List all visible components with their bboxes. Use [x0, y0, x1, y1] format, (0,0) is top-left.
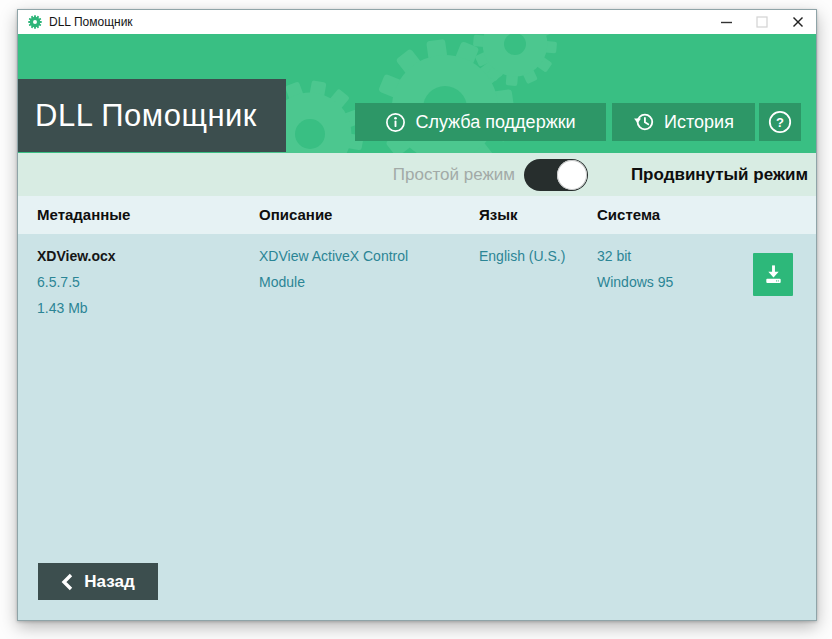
cell-language: English (U.S.) [479, 243, 565, 269]
column-header-language: Язык [479, 196, 518, 234]
app-header: DLL Помощник Служба поддержки История ? [18, 34, 816, 153]
help-button[interactable]: ? [759, 103, 801, 141]
column-header-description: Описание [259, 196, 332, 234]
column-header-metadata: Метаданные [37, 196, 130, 234]
maximize-icon [753, 13, 771, 31]
cell-system: 32 bit Windows 95 [597, 243, 673, 295]
app-title-banner: DLL Помощник [18, 79, 286, 152]
mode-toggle-knob [557, 160, 587, 190]
maximize-button[interactable] [744, 10, 780, 34]
close-button[interactable] [780, 10, 816, 34]
support-button-label: Служба поддержки [415, 112, 575, 133]
chevron-left-icon [61, 573, 73, 591]
simple-mode-label: Простой режим [393, 153, 515, 196]
title-bar: DLL Помощник [18, 10, 816, 34]
history-button-label: История [664, 112, 734, 133]
window-title: DLL Помощник [49, 15, 133, 29]
cell-description: XDView ActiveX Control Module [259, 243, 437, 295]
app-gear-icon [28, 15, 42, 29]
svg-text:?: ? [776, 115, 784, 130]
mode-toggle[interactable] [524, 159, 588, 191]
app-title: DLL Помощник [35, 98, 257, 134]
window-controls [708, 10, 816, 34]
support-button[interactable]: Служба поддержки [355, 103, 606, 141]
minimize-icon [717, 13, 735, 31]
file-version: 6.5.7.5 [37, 269, 116, 295]
back-button[interactable]: Назад [38, 563, 158, 600]
file-name: XDView.ocx [37, 243, 116, 269]
download-icon [762, 263, 785, 286]
minimize-button[interactable] [708, 10, 744, 34]
system-os: Windows 95 [597, 269, 673, 295]
cell-metadata: XDView.ocx 6.5.7.5 1.43 Mb [37, 243, 116, 321]
system-bits: 32 bit [597, 243, 673, 269]
history-icon [633, 111, 655, 133]
advanced-mode-label: Продвинутый режим [631, 153, 808, 196]
column-header-system: Система [597, 196, 660, 234]
history-button[interactable]: История [612, 103, 755, 141]
file-size: 1.43 Mb [37, 295, 116, 321]
back-button-label: Назад [84, 572, 134, 592]
help-icon: ? [767, 109, 793, 135]
info-icon [385, 112, 406, 133]
download-button[interactable] [753, 253, 793, 296]
app-window: DLL Помощник [17, 9, 817, 621]
close-icon [789, 13, 807, 31]
table-header-row: Метаданные Описание Язык Система [18, 196, 816, 234]
mode-bar: Простой режим Продвинутый режим [18, 153, 816, 196]
